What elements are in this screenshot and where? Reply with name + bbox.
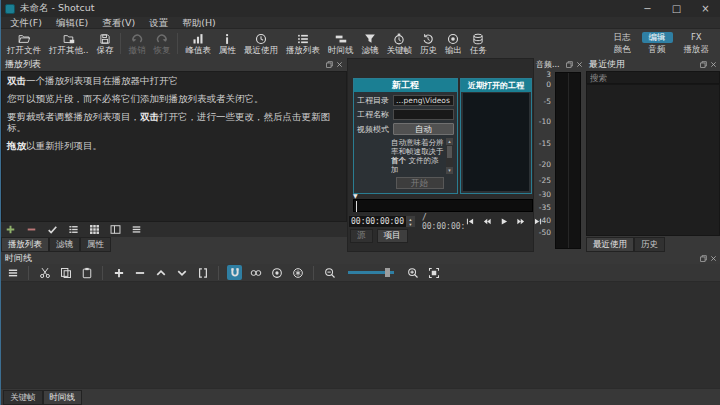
timeline-ripple-delete-button[interactable] <box>132 265 147 280</box>
timeline-lift-button[interactable] <box>153 265 168 280</box>
project-folder-input[interactable] <box>393 95 454 106</box>
dock-tab-playlist[interactable]: 播放列表 <box>1 237 49 252</box>
toolbar-redo-button[interactable]: 恢复 <box>149 32 174 56</box>
playlist-view-tiles-button[interactable] <box>108 223 123 236</box>
skip-start-button[interactable] <box>465 217 475 226</box>
scroll-down-icon[interactable]: ▾ <box>446 167 453 174</box>
dock-tab-properties[interactable]: 属性 <box>80 237 111 252</box>
dock-tab-keyframes[interactable]: 关键帧 <box>3 390 43 405</box>
seek-bar[interactable] <box>353 199 533 212</box>
dock-tab-timeline[interactable]: 时间线 <box>43 390 83 405</box>
menu-settings[interactable]: 设置 <box>142 17 175 29</box>
timeline-split-button[interactable] <box>195 265 210 280</box>
play-button[interactable] <box>499 217 509 226</box>
start-button[interactable]: 开始 <box>396 177 444 189</box>
timeline-menu-button[interactable] <box>5 265 20 280</box>
playhead[interactable] <box>356 201 357 212</box>
scroll-thumb[interactable] <box>447 146 452 158</box>
fast-forward-button[interactable] <box>516 217 526 226</box>
minimize-button[interactable]: − <box>633 0 662 17</box>
timeline-append-button[interactable] <box>111 265 126 280</box>
toolbar-history-button[interactable]: 历史 <box>416 32 441 56</box>
playlist-update-button[interactable] <box>45 223 60 236</box>
float-panel-icon[interactable] <box>700 61 707 68</box>
timeline-zoom-slider[interactable] <box>348 271 394 274</box>
timeline-copy-button[interactable] <box>58 265 73 280</box>
maximize-button[interactable]: □ <box>662 0 691 17</box>
toolbar-save-button[interactable]: 保存 <box>92 32 117 56</box>
recent-panel-header-icons <box>700 61 717 68</box>
playlist-view-details-button[interactable] <box>66 223 81 236</box>
float-panel-icon[interactable] <box>326 61 333 68</box>
close-panel-icon[interactable] <box>336 61 343 68</box>
dock-tab-filters[interactable]: 滤镜 <box>49 237 80 252</box>
menu-file[interactable]: 文件(F) <box>3 17 49 29</box>
properties-icon <box>221 33 233 45</box>
timeline-cut-button[interactable] <box>37 265 52 280</box>
video-mode-button[interactable]: 自动 <box>393 123 454 135</box>
spin-down-icon[interactable]: ▾ <box>409 222 411 227</box>
timeline-zoom-out-button[interactable] <box>322 265 337 280</box>
right-dock-tabs: 最近使用历史 <box>586 237 665 252</box>
playlist-view-icons-button[interactable] <box>87 223 102 236</box>
dock-tab-history[interactable]: 历史 <box>634 237 665 252</box>
player-tab-source[interactable]: 源 <box>350 229 373 243</box>
menu-edit[interactable]: 编辑(E) <box>49 17 95 29</box>
project-name-input[interactable] <box>393 109 454 120</box>
layout-player-button[interactable]: 播放器 <box>677 44 717 55</box>
timeline-zoom-in-button[interactable] <box>405 265 420 280</box>
timeline-snap-button[interactable] <box>227 265 242 280</box>
timeline-scrub-button[interactable] <box>248 265 263 280</box>
timecode-stepper[interactable]: ▴ ▾ <box>406 216 415 227</box>
timeline-overwrite-button[interactable] <box>174 265 189 280</box>
hint-scrollbar[interactable]: ▴ ▾ <box>446 138 453 174</box>
layout-color-button[interactable]: 颜色 <box>607 44 638 55</box>
dock-tab-recent[interactable]: 最近使用 <box>586 237 634 252</box>
toolbar-recent-button[interactable]: 最近使用 <box>240 32 282 56</box>
timeline-paste-button[interactable] <box>79 265 94 280</box>
scroll-up-icon[interactable]: ▴ <box>446 138 453 145</box>
close-button[interactable]: × <box>691 0 720 17</box>
scroll-track[interactable] <box>446 145 453 167</box>
timeline-zoom-fit-button[interactable] <box>426 265 441 280</box>
zoom-slider-handle[interactable] <box>385 268 390 277</box>
timeline-ripple-button[interactable] <box>269 265 284 280</box>
playlist-add-button[interactable] <box>3 223 18 236</box>
recent-files-list[interactable] <box>586 84 720 236</box>
menu-help[interactable]: 帮助(H) <box>175 17 223 29</box>
timecode-spinner[interactable]: 00:00:00:00 ▴ ▾ <box>348 215 416 228</box>
float-panel-icon[interactable] <box>566 61 573 68</box>
recent-search-input[interactable] <box>586 71 720 84</box>
player-tab-project[interactable]: 项目 <box>377 229 408 243</box>
close-panel-icon[interactable] <box>710 61 717 68</box>
layout-fx-button[interactable]: FX <box>684 32 709 43</box>
toolbar-jobs-button[interactable]: 任务 <box>466 32 491 56</box>
layout-logging-button[interactable]: 日志 <box>607 32 638 43</box>
timeline-tracks-area[interactable] <box>1 282 720 388</box>
toolbar-open-file-button[interactable]: 打开文件 <box>3 32 45 56</box>
fast-forward-icon <box>516 217 526 226</box>
toolbar-playlist-button[interactable]: 播放列表 <box>282 32 324 56</box>
toolbar-peak-meter-button[interactable]: 峰值表 <box>181 32 215 56</box>
toolbar-timeline-button[interactable]: 时间线 <box>324 32 358 56</box>
float-panel-icon[interactable] <box>700 255 707 262</box>
close-panel-icon[interactable] <box>576 61 583 68</box>
toolbar-properties-button[interactable]: 属性 <box>215 32 240 56</box>
toolbar-export-button[interactable]: 输出 <box>441 32 466 56</box>
toolbar-open-other-button[interactable]: 打开其他.. <box>45 32 92 56</box>
titlebar: 未命名 - Shotcut − □ × <box>1 0 720 17</box>
playlist-remove-button[interactable] <box>24 223 39 236</box>
toolbar-filter-button[interactable]: 滤镜 <box>357 32 382 56</box>
layout-editing-button[interactable]: 编辑 <box>642 32 673 43</box>
recent-projects-list[interactable] <box>463 93 529 191</box>
toolbar-keyframes-button[interactable]: 关键帧 <box>382 32 416 56</box>
menu-view[interactable]: 查看(V) <box>95 17 142 29</box>
close-panel-icon[interactable] <box>710 255 717 262</box>
toolbar-undo-button[interactable]: 撤销 <box>124 32 149 56</box>
timeline-ripple-all-button[interactable] <box>290 265 305 280</box>
layout-audio-button[interactable]: 音频 <box>642 44 673 55</box>
playlist-menu-button[interactable] <box>129 223 144 236</box>
rewind-button[interactable] <box>482 217 492 226</box>
current-position[interactable]: 00:00:00:00 <box>349 216 406 227</box>
db-scale-label: -15 <box>534 140 551 148</box>
